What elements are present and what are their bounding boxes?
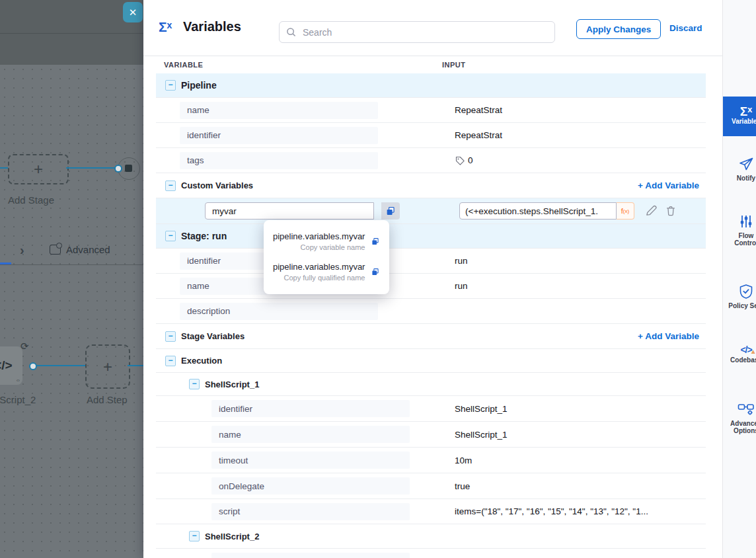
sidebar-item-label: Variables: [726, 118, 756, 125]
collapse-icon[interactable]: −: [165, 356, 176, 366]
apply-changes-button[interactable]: Apply Changes: [576, 19, 661, 39]
variable-label: tags: [180, 152, 378, 169]
add-step-label: Add Step: [87, 394, 128, 405]
paper-plane-icon: [738, 156, 754, 172]
pipeline-studio-screen: ✕ + Add Stage › Advanced ⟳ </> ‹› +: [0, 0, 756, 558]
variable-value: ShellScript_1: [455, 404, 508, 414]
stage-connector-line: [0, 167, 8, 169]
sidebar-item-notify[interactable]: Notify: [723, 156, 756, 182]
pencil-icon: [645, 204, 658, 217]
stop-icon: [125, 165, 132, 172]
sliders-icon: [738, 214, 754, 229]
variable-value: run: [455, 281, 468, 291]
column-variable: VARIABLE: [164, 61, 203, 69]
add-stage-label: Add Stage: [8, 194, 54, 206]
delete-variable-button[interactable]: [665, 204, 677, 219]
section-shellscript-1[interactable]: − ShellScript_1: [156, 373, 706, 396]
copy-variable-button[interactable]: [381, 202, 400, 219]
advanced-options-icon: [737, 401, 755, 417]
advanced-tab-icon: [50, 245, 61, 255]
variables-sigma-icon: Σˣ: [159, 19, 172, 35]
search-icon: [286, 27, 296, 37]
section-shellscript-2[interactable]: − ShellScript_2: [156, 524, 706, 549]
collapse-icon[interactable]: −: [165, 331, 176, 342]
collapse-icon[interactable]: −: [165, 180, 176, 191]
add-variable-button[interactable]: + Add Variable: [638, 180, 699, 190]
variable-value: 0: [455, 155, 473, 165]
variable-value: ShellScript_1: [455, 430, 508, 440]
expression-fx-badge[interactable]: f(x): [617, 202, 634, 219]
plus-icon: +: [103, 358, 112, 376]
tab-advanced[interactable]: Advanced: [50, 244, 110, 255]
plus-icon: +: [34, 160, 43, 179]
menu-item-caption: Copy fully qualified name: [273, 274, 365, 282]
variable-label: identifier: [211, 400, 410, 417]
section-custom-variables[interactable]: − Custom Variables + Add Variable: [156, 173, 706, 198]
fx-sub: (x): [623, 208, 629, 214]
canvas-dot-grid: [0, 65, 143, 558]
section-pipeline[interactable]: − Pipeline: [156, 73, 706, 98]
sidebar-item-label: Policy Sets: [726, 302, 756, 309]
section-stage-run[interactable]: − Stage: run: [156, 224, 706, 249]
step-node-label: ShellScript_2: [0, 394, 36, 405]
search-box: [279, 21, 555, 43]
discard-button[interactable]: Discard: [669, 23, 702, 33]
menu-item-copy-variable-name[interactable]: pipeline.variables.myvar Copy variable n…: [273, 227, 380, 255]
section-title: Custom Variables: [181, 180, 253, 190]
collapse-icon[interactable]: −: [165, 231, 176, 241]
add-step-button[interactable]: +: [85, 344, 130, 389]
copy-variable-menu: pipeline.variables.myvar Copy variable n…: [264, 220, 389, 294]
variable-value: 10m: [455, 456, 472, 465]
table-row: description: [156, 299, 706, 324]
sidebar-item-advanced-options[interactable]: Advanced Options: [723, 401, 756, 434]
table-row: name run: [156, 274, 706, 299]
sidebar-item-codebase[interactable]: </>▲ Codebase: [723, 346, 756, 364]
section-execution[interactable]: − Execution: [156, 349, 706, 373]
collapse-icon[interactable]: −: [165, 80, 176, 91]
shield-check-icon: [738, 284, 754, 299]
canvas-tabs-row: › Advanced: [0, 238, 143, 265]
sidebar-item-label: Codebase: [726, 356, 756, 364]
variable-label: identifier: [211, 553, 410, 558]
table-row: script items=("18", "17", "16", "15", "1…: [156, 499, 706, 524]
sidebar-item-policy-sets[interactable]: Policy Sets: [723, 284, 756, 309]
sidebar-item-label: Flow Control: [726, 232, 756, 247]
chevron-right-icon[interactable]: ›: [20, 243, 24, 258]
tag-icon: [455, 155, 465, 165]
menu-item-copy-fully-qualified-name[interactable]: pipeline.variables.myvar Copy fully qual…: [273, 258, 380, 286]
section-stage-variables[interactable]: − Stage Variables + Add Variable: [156, 324, 706, 349]
variable-name-input[interactable]: [205, 202, 374, 219]
add-variable-button[interactable]: + Add Variable: [638, 331, 699, 341]
variable-label: timeout: [211, 452, 410, 469]
sidebar-item-variables[interactable]: Σˣ Variables: [723, 97, 756, 136]
collapse-icon[interactable]: −: [189, 531, 200, 541]
stage-connector-line: [66, 167, 118, 169]
variable-value-input[interactable]: [459, 202, 617, 219]
tags-count: 0: [468, 155, 473, 165]
menu-item-caption: Copy variable name: [273, 243, 365, 251]
shell-script-icon: </>: [0, 358, 13, 373]
trash-icon: [665, 204, 677, 217]
sidebar-item-label: Advanced Options: [726, 420, 756, 434]
variables-table: VARIABLE INPUT − Pipeline name RepeatStr…: [156, 56, 706, 558]
menu-item-text: pipeline.variables.myvar: [273, 231, 365, 241]
table-row: timeout 10m: [156, 448, 706, 473]
variables-panel: Σˣ Variables Apply Changes Discard VARIA…: [143, 0, 722, 558]
table-row: tags 0: [156, 148, 706, 173]
copy-icon: [371, 236, 380, 247]
advanced-tab-label: Advanced: [66, 244, 110, 255]
search-input[interactable]: [301, 26, 554, 38]
step-node-shellscript-2[interactable]: </> ‹›: [0, 346, 22, 385]
edit-variable-button[interactable]: [645, 204, 658, 219]
copy-icon: [371, 266, 380, 278]
code-mini-icon: ‹›: [17, 378, 20, 383]
table-header: VARIABLE INPUT: [156, 56, 706, 73]
table-row: identifier run: [156, 249, 706, 274]
collapse-icon[interactable]: −: [189, 379, 200, 389]
table-row: identifier ShellScript_2: [156, 549, 706, 558]
close-icon[interactable]: ✕: [123, 2, 143, 22]
canvas-top-bar: [0, 0, 143, 34]
sidebar-item-flow-control[interactable]: Flow Control: [723, 214, 756, 247]
active-tab-underline: [0, 262, 11, 264]
add-stage-button[interactable]: +: [8, 154, 69, 184]
